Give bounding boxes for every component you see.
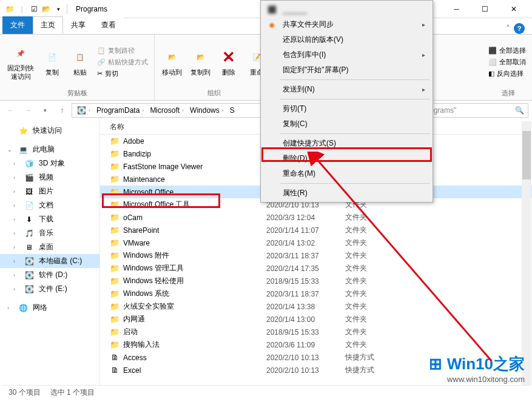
list-item[interactable]: Windows 轻松使用2018/9/15 15:33文件夹 [100,275,532,287]
cm-blurred[interactable]: ⬛______ [262,2,431,17]
nav-videos[interactable]: ›🎬视频 [0,170,99,184]
group-organize-label: 组织 [160,87,269,98]
minimize-button[interactable]: ─ [443,1,470,18]
close-button[interactable]: ✕ [500,1,527,18]
item-name: Maintenance [123,175,266,184]
tab-file[interactable]: 文件 [2,16,33,34]
nav-network[interactable]: ›🌐网络 [0,301,99,315]
item-type: 文件夹 [345,327,400,337]
cm-share-sync[interactable]: ◉共享文件夹同步▸ [262,17,431,32]
list-item[interactable]: 火绒安全实验室2020/1/4 13:38文件夹 [100,300,532,313]
cm-rename[interactable]: 重命名(M) [262,166,431,181]
selectnone-button[interactable]: ⬜全部取消 [487,57,527,67]
copy-button[interactable]: 📄 复制 [40,37,64,87]
pin-quickaccess-button[interactable]: 📌 固定到快 速访问 [5,37,36,87]
nav-3dobjects[interactable]: ›🧊3D 对象 [0,156,99,170]
copyto-button[interactable]: 📂 复制到 [188,37,213,87]
cm-separator [280,99,430,99]
folder-icon [110,162,120,172]
cube-icon: 🧊 [24,159,34,169]
group-clipboard-label: 剪贴板 [5,87,149,98]
folder-icon [110,315,120,324]
list-item[interactable]: Windows 附件2020/3/11 18:37文件夹 [100,249,532,262]
cm-copy[interactable]: 复制(C) [262,116,431,132]
list-item[interactable]: oCam2020/3/3 12:04文件夹 [100,211,532,224]
list-item[interactable]: SharePoint2020/1/14 11:07文件夹 [100,224,532,236]
nav-ddrive[interactable]: ›💽软件 (D:) [0,268,99,282]
copypath-button[interactable]: 📋复制路径 [96,45,149,56]
bc-programdata[interactable]: ProgramData › [94,106,146,115]
folder-icon [110,238,120,248]
cm-restore-previous[interactable]: 还原以前的版本(V) [262,32,431,47]
forward-button[interactable]: → [21,103,35,118]
nav-pictures[interactable]: ›🖼图片 [0,184,99,198]
picture-icon: 🖼 [24,187,34,196]
search-input[interactable]: ograms" 🔍 [425,103,528,118]
item-date: 2020/3/3 12:04 [266,213,345,222]
music-icon: 🎵 [24,229,34,238]
folder-icon [110,276,120,286]
item-type: 快捷方式 [345,352,400,363]
moveto-button[interactable]: 📂 移动到 [160,37,184,87]
up-button[interactable]: ↑ [55,103,69,118]
tab-share[interactable]: 共享 [63,16,93,34]
list-item[interactable]: 启动2018/9/15 15:33文件夹 [100,326,532,338]
item-date: 2020/3/11 18:37 [266,252,345,260]
bc-windows[interactable]: Windows › [187,106,226,115]
nav-edrive[interactable]: ›💽文件 (E:) [0,282,99,296]
pin-icon: 📌 [11,44,30,63]
col-name[interactable]: 名称 [110,122,266,132]
checkbox-icon[interactable]: ☑ [29,4,39,14]
nav-quickaccess[interactable]: ⭐快速访问 [0,124,99,138]
list-item[interactable]: Windows 系统2020/3/11 18:37文件夹 [100,287,532,300]
list-item[interactable]: 搜狗输入法2020/3/6 11:09文件夹 [100,338,532,351]
item-date: 2018/9/15 15:33 [266,277,345,286]
nav-documents[interactable]: ›📄文档 [0,198,99,212]
cm-include-library[interactable]: 包含到库中(I)▸ [262,47,431,62]
history-dropdown[interactable]: ▾ [38,103,52,118]
bc-last[interactable]: S [227,106,237,115]
moveto-icon: 📂 [163,48,182,67]
delete-button[interactable]: ✕ 删除 [217,37,241,87]
help-icon[interactable]: ? [514,23,525,34]
list-item[interactable]: Windows 管理工具2020/2/14 17:35文件夹 [100,262,532,275]
qat-sep: | [17,4,27,14]
maximize-button[interactable]: ☐ [471,1,499,18]
nav-cdrive[interactable]: ›💽本地磁盘 (C:) [0,254,99,268]
scrollbar-thumb[interactable] [522,131,531,179]
invert-button[interactable]: ◧反向选择 [487,69,527,79]
paste-shortcut-button[interactable]: 🔗粘贴快捷方式 [96,57,149,67]
item-date: 2020/1/4 13:02 [266,239,345,247]
bc-microsoft[interactable]: Microsoft › [147,106,186,115]
item-name: Windows 系统 [123,289,266,299]
search-icon[interactable]: 🔍 [515,106,524,115]
watermark: ⊞ Win10之家 www.win10xitong.com [429,353,525,384]
list-item[interactable]: VMware2020/1/4 13:02文件夹 [100,236,532,249]
nav-downloads[interactable]: ›⬇下载 [0,212,99,226]
tab-home[interactable]: 主页 [33,16,63,34]
cm-create-shortcut[interactable]: 创建快捷方式(S) [262,136,431,151]
paste-button[interactable]: 📋 粘贴 [68,37,92,87]
drive-icon[interactable]: 💽 › [75,106,93,115]
vertical-scrollbar[interactable] [522,121,531,385]
nav-thispc[interactable]: ⌄💻此电脑 [0,142,99,156]
chevron-up-icon[interactable]: ˄ [506,24,510,33]
network-icon: 🌐 [18,303,28,313]
tab-view[interactable]: 查看 [93,16,124,34]
list-item[interactable]: 内网通2020/1/4 13:00文件夹 [100,313,532,326]
cm-delete[interactable]: 删除(D) [262,151,431,166]
item-date: 2020/2/14 17:35 [266,264,345,273]
back-button[interactable]: ← [4,103,18,118]
cm-properties[interactable]: 属性(R) [262,186,431,201]
selectall-button[interactable]: ⬛全部选择 [487,45,527,56]
cm-separator [280,133,430,134]
cm-cut[interactable]: 剪切(T) [262,101,431,116]
item-name: oCam [123,213,266,222]
cm-pin-start[interactable]: 固定到"开始"屏幕(P) [262,62,431,78]
nav-desktop[interactable]: ›🖥桌面 [0,240,99,254]
qat-dropdown-icon[interactable]: ▾ [53,4,63,14]
folder-icon [110,327,120,337]
cut-button[interactable]: ✂剪切 [96,69,149,79]
nav-music[interactable]: ›🎵音乐 [0,226,99,240]
cm-sendto[interactable]: 发送到(N)▸ [262,82,431,97]
